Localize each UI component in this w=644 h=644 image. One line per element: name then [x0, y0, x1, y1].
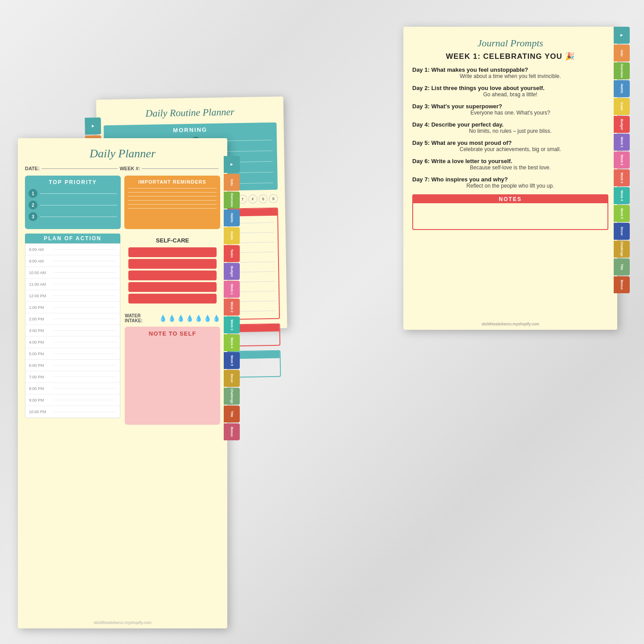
- planner-tab-week3[interactable]: Week 3: [224, 316, 240, 333]
- time-1000am: 10:00 AM: [25, 267, 120, 279]
- prompt-day5: Day 5: What are you most proud of? Celeb…: [412, 139, 608, 152]
- self-care-title: SELF-CARE: [128, 237, 217, 244]
- planner-tab-week1[interactable]: Week 1: [224, 281, 240, 298]
- planner-tab-decor[interactable]: Decor: [224, 370, 240, 387]
- drop-6: 💧: [204, 315, 211, 322]
- journal-page-title: Journal Prompts: [412, 37, 608, 49]
- tab-overview[interactable]: Indu: [614, 45, 630, 62]
- planner-tab-habits[interactable]: Habits: [224, 209, 240, 226]
- top-priority-3: 3: [29, 212, 117, 221]
- tab-week3[interactable]: Week 3: [614, 169, 630, 186]
- planner-top-grid: TOP PRIORITY 1 2 3 IMPORTANT REMINDERS: [25, 176, 220, 229]
- prompt-day4: Day 4: Describe your perfect day. No lim…: [412, 121, 608, 134]
- prompt-day7: Day 7: Who inspires you and why? Reflect…: [412, 176, 608, 189]
- planner-tab-bonus[interactable]: Bonus: [224, 423, 240, 440]
- self-care-section: SELF-CARE: [125, 234, 220, 309]
- planner-page-title: Daily Planner: [25, 147, 220, 160]
- plan-of-action-title: PLAN OF ACTION: [25, 234, 120, 243]
- routine-tab-icon[interactable]: ▶: [85, 118, 101, 135]
- time-900pm: 9:00 PM: [25, 394, 120, 406]
- time-200pm: 2:00 PM: [25, 313, 120, 325]
- tab-tasks[interactable]: Goals: [614, 98, 630, 115]
- time-1100am: 11:00 AM: [25, 279, 120, 290]
- planner-tab-week2[interactable]: Week 2: [224, 299, 240, 316]
- planner-tab-tasks[interactable]: Tasks: [224, 245, 240, 262]
- journal-notes-section: NOTES: [412, 194, 608, 230]
- time-500pm: 5:00 PM: [25, 348, 120, 360]
- journal-prompts-list: Day 1: What makes you feel unstoppable? …: [412, 66, 608, 189]
- planner-date-label: DATE:: [25, 166, 40, 171]
- plan-of-action-col: PLAN OF ACTION 8:00 AM 9:00 AM 10:00 AM …: [25, 234, 120, 425]
- plan-of-action-section: PLAN OF ACTION 8:00 AM 9:00 AM 10:00 AM …: [25, 234, 120, 418]
- tab-week4[interactable]: Week 4: [614, 187, 630, 204]
- drop-4: 💧: [186, 315, 193, 322]
- tab-week1[interactable]: Week 1: [614, 134, 630, 151]
- journal-notes-label: NOTES: [413, 195, 607, 203]
- top-priority-section: TOP PRIORITY 1 2 3: [25, 176, 121, 229]
- tab-challenge[interactable]: Challenge: [614, 241, 630, 258]
- time-rows: 8:00 AM 9:00 AM 10:00 AM 11:00 AM 12:00 …: [25, 243, 120, 418]
- planner-tab-goals[interactable]: Goals: [224, 227, 240, 244]
- water-intake-row: WATER INTAKE: 💧 💧 💧 💧 💧 💧 💧: [125, 313, 220, 323]
- planner-tab-overview[interactable]: Overview: [224, 192, 240, 209]
- drop-7: 💧: [213, 315, 220, 322]
- time-100pm: 1:00 PM: [25, 302, 120, 313]
- right-col: SELF-CARE WATER INTAKE: 💧 💧 💧 💧 💧 💧 💧: [125, 234, 220, 425]
- self-care-bar-2: [128, 259, 217, 269]
- note-to-self-title: NOTE TO SELF: [128, 330, 217, 337]
- planner-tab-week4[interactable]: Week 4: [224, 334, 240, 351]
- self-care-bar-5: [128, 294, 217, 304]
- prompt-day3: Day 3: What's your superpower? Everyone …: [412, 103, 608, 116]
- time-400pm: 4:00 PM: [25, 336, 120, 348]
- planner-date-row: DATE: WEEK #:: [25, 166, 220, 171]
- prompt-day2: Day 2: List three things you love about …: [412, 85, 608, 98]
- journal-page: ▶ Indu Overview Habits Goals Budget Week…: [403, 27, 617, 330]
- tab-habits[interactable]: Overview: [614, 62, 630, 79]
- tab-title[interactable]: Title: [614, 258, 630, 275]
- time-900am: 9:00 AM: [25, 255, 120, 267]
- morning-title: MORNING: [108, 125, 272, 135]
- tab-bonus[interactable]: Bonus: [614, 276, 630, 293]
- journal-footer: stickthisstickerco.myshopify.com: [403, 322, 617, 326]
- planner-tab-title[interactable]: Title: [224, 406, 240, 422]
- planner-tab-icon[interactable]: ▶: [224, 156, 240, 173]
- planner-tab-indu[interactable]: Indu: [224, 174, 240, 191]
- planner-tabs[interactable]: ▶ Indu Overview Habits Goals Tasks Budge…: [224, 156, 240, 440]
- self-care-bar-3: [128, 271, 217, 280]
- self-care-bar-1: [128, 247, 217, 257]
- time-800pm: 8:00 PM: [25, 383, 120, 394]
- planner-bottom-grid: PLAN OF ACTION 8:00 AM 9:00 AM 10:00 AM …: [25, 234, 220, 425]
- time-300pm: 3:00 PM: [25, 325, 120, 336]
- planner-tab-challenge[interactable]: Challenge: [224, 388, 240, 405]
- tab-decor[interactable]: Decor: [614, 223, 630, 240]
- top-priority-2: 2: [29, 201, 117, 209]
- tab-week5[interactable]: Week 5: [614, 205, 630, 222]
- planner-week-label: WEEK #:: [119, 166, 140, 171]
- self-care-bar-4: [128, 282, 217, 292]
- drop-5: 💧: [195, 315, 202, 322]
- tab-week2[interactable]: Week 2: [614, 152, 630, 168]
- prompt-day1: Day 1: What makes you feel unstoppable? …: [412, 66, 608, 79]
- important-reminders-section: IMPORTANT REMINDERS: [124, 176, 220, 229]
- routine-page-title: Daily Routine Planner: [103, 106, 276, 120]
- day-s2: S: [269, 194, 278, 203]
- tab-budget[interactable]: Budget: [614, 116, 630, 133]
- journal-header: Journal Prompts WEEK 1: CELEBRATING YOU …: [412, 37, 608, 61]
- note-to-self-section: NOTE TO SELF: [125, 327, 220, 425]
- water-intake-label: WATER INTAKE:: [125, 313, 156, 323]
- important-reminders-title: IMPORTANT REMINDERS: [128, 179, 217, 185]
- prompt-day6: Day 6: Write a love letter to yourself. …: [412, 158, 608, 171]
- water-drops: 💧 💧 💧 💧 💧 💧 💧: [159, 315, 220, 322]
- drop-1: 💧: [159, 315, 167, 322]
- day-s1: S: [258, 194, 267, 203]
- planner-tab-week5[interactable]: Week 5: [224, 352, 240, 369]
- planner-tab-budget[interactable]: Budget: [224, 263, 240, 280]
- time-1000pm: 10:00 PM: [25, 406, 120, 418]
- tab-indu[interactable]: ▶: [614, 27, 630, 44]
- time-1200pm: 12:00 PM: [25, 290, 120, 302]
- time-800am: 8:00 AM: [25, 244, 120, 255]
- journal-week-title: WEEK 1: CELEBRATING YOU 🎉: [412, 52, 608, 61]
- journal-tabs[interactable]: ▶ Indu Overview Habits Goals Budget Week…: [614, 27, 630, 293]
- day-f: F: [248, 194, 257, 203]
- tab-goals[interactable]: Habits: [614, 80, 630, 97]
